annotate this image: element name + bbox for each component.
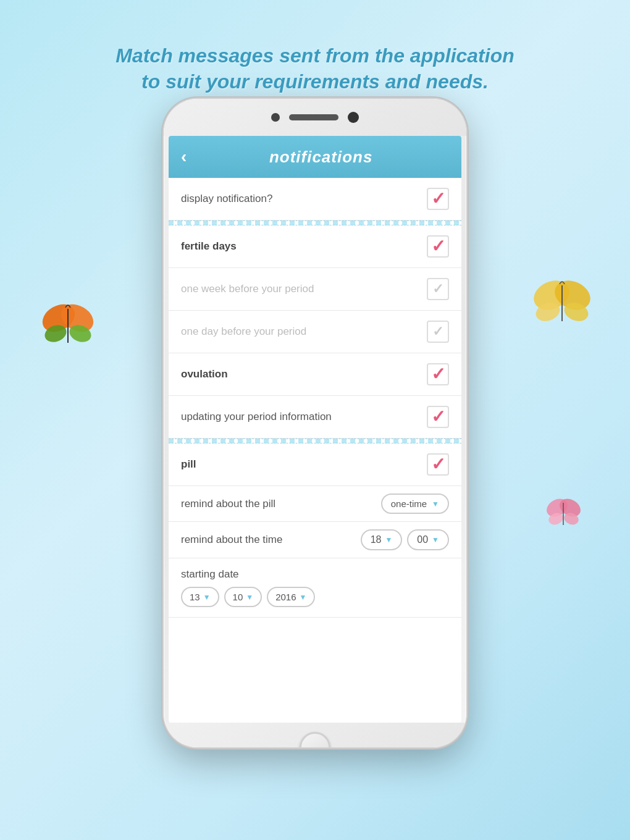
camera-right-icon <box>348 112 359 123</box>
one-day-before-checkbox[interactable]: ✓ <box>427 321 449 343</box>
butterfly-gold-icon <box>528 272 596 334</box>
display-notification-row[interactable]: display notification? ✓ <box>169 178 461 220</box>
section-divider-2 <box>169 439 461 443</box>
minute-dropdown[interactable]: 00 ▼ <box>407 529 449 550</box>
phone-screen: ‹ notifications display notification? ✓ … <box>169 136 461 723</box>
svg-point-2 <box>43 322 69 345</box>
ovulation-label: ovulation <box>181 368 228 380</box>
svg-point-13 <box>563 511 581 526</box>
remind-time-row: remind about the time 18 ▼ 00 ▼ <box>169 522 461 558</box>
home-button[interactable] <box>300 732 330 747</box>
year-dropdown[interactable]: 2016 ▼ <box>267 587 315 607</box>
updating-period-checkbox[interactable]: ✓ <box>427 406 449 428</box>
speaker-icon <box>289 114 338 120</box>
svg-point-5 <box>529 275 574 315</box>
front-camera-icon <box>271 113 280 122</box>
hour-value: 18 <box>371 534 382 545</box>
year-value: 2016 <box>275 592 296 602</box>
phone-frame: ‹ notifications display notification? ✓ … <box>164 99 466 747</box>
svg-point-1 <box>56 299 98 338</box>
svg-point-6 <box>550 275 595 315</box>
ovulation-checkbox[interactable]: ✓ <box>427 363 449 385</box>
svg-point-0 <box>38 299 80 338</box>
remind-time-label: remind about the time <box>181 534 282 546</box>
remind-pill-label: remind about the pill <box>181 498 275 510</box>
month-value: 10 <box>233 592 243 602</box>
pill-checkbox[interactable]: ✓ <box>427 453 449 476</box>
display-notification-label: display notification? <box>181 193 272 205</box>
app-header: ‹ notifications <box>169 136 461 178</box>
header-line2: to suit your requirements and needs. <box>141 70 489 93</box>
remind-pill-dropdown[interactable]: one-time ▼ <box>381 494 449 514</box>
header-text: Match messages sent from the application… <box>37 19 593 107</box>
one-day-before-label: one day before your period <box>181 326 306 338</box>
svg-point-11 <box>556 495 584 521</box>
display-notification-checkbox[interactable]: ✓ <box>427 188 449 210</box>
section-divider-1 <box>169 220 461 225</box>
date-selectors: 13 ▼ 10 ▼ 2016 ▼ <box>181 587 315 607</box>
notification-list: display notification? ✓ fertile days ✓ o… <box>169 178 461 618</box>
day-dropdown[interactable]: 13 ▼ <box>181 587 219 607</box>
fertile-days-checkbox[interactable]: ✓ <box>427 235 449 258</box>
updating-period-row[interactable]: updating your period information ✓ <box>169 396 461 439</box>
starting-date-label: starting date <box>181 568 239 581</box>
time-selectors: 18 ▼ 00 ▼ <box>361 529 449 550</box>
butterfly-pink-icon <box>544 494 584 531</box>
one-week-before-label: one week before your period <box>181 283 314 295</box>
one-day-before-row[interactable]: one day before your period ✓ <box>169 311 461 353</box>
pill-label: pill <box>181 458 196 471</box>
fertile-days-label: fertile days <box>181 240 237 253</box>
back-button[interactable]: ‹ <box>181 147 187 167</box>
svg-point-12 <box>547 511 565 526</box>
minute-value: 00 <box>417 534 428 545</box>
remind-pill-row: remind about the pill one-time ▼ <box>169 486 461 522</box>
svg-point-3 <box>67 322 94 345</box>
svg-point-8 <box>561 300 590 324</box>
remind-pill-value: one-time <box>391 498 427 509</box>
month-dropdown[interactable]: 10 ▼ <box>224 587 262 607</box>
month-arrow-icon: ▼ <box>246 593 253 602</box>
app-title: notifications <box>193 148 449 167</box>
hour-dropdown[interactable]: 18 ▼ <box>361 529 403 550</box>
svg-point-7 <box>533 300 562 324</box>
butterfly-orange-icon <box>37 296 99 352</box>
ovulation-row[interactable]: ovulation ✓ <box>169 353 461 396</box>
header-section: Match messages sent from the application… <box>0 19 630 107</box>
fertile-days-row[interactable]: fertile days ✓ <box>169 225 461 268</box>
svg-point-10 <box>544 495 571 521</box>
hour-arrow-icon: ▼ <box>385 536 392 544</box>
day-value: 13 <box>190 592 200 602</box>
one-week-before-row[interactable]: one week before your period ✓ <box>169 268 461 311</box>
remind-pill-arrow-icon: ▼ <box>432 500 439 508</box>
starting-date-section: starting date 13 ▼ 10 ▼ 2016 ▼ <box>169 558 461 618</box>
day-arrow-icon: ▼ <box>203 593 211 602</box>
year-arrow-icon: ▼ <box>300 593 307 602</box>
updating-period-label: updating your period information <box>181 411 332 423</box>
minute-arrow-icon: ▼ <box>432 536 439 544</box>
header-line1: Match messages sent from the application <box>116 44 514 67</box>
pill-row[interactable]: pill ✓ <box>169 443 461 486</box>
one-week-before-checkbox[interactable]: ✓ <box>427 278 449 300</box>
phone-bottom-bar <box>164 723 466 747</box>
